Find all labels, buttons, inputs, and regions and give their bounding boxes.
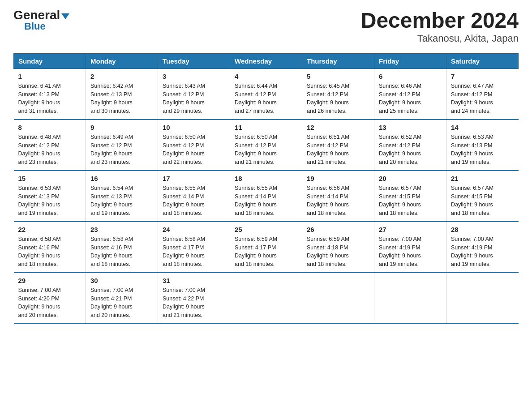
day-number: 21 <box>451 175 514 182</box>
header-sunday: Sunday <box>14 53 86 68</box>
day-cell: 12 Sunrise: 6:51 AMSunset: 4:12 PMDaylig… <box>302 120 374 171</box>
day-info: Sunrise: 6:58 AMSunset: 4:17 PMDaylight:… <box>163 236 205 267</box>
header-monday: Monday <box>86 53 158 68</box>
day-cell: 27 Sunrise: 7:00 AMSunset: 4:19 PMDaylig… <box>374 222 446 273</box>
day-cell: 1 Sunrise: 6:41 AMSunset: 4:13 PMDayligh… <box>14 68 86 120</box>
day-number: 1 <box>18 73 82 80</box>
logo-general-text: General <box>13 9 60 21</box>
day-cell: 17 Sunrise: 6:55 AMSunset: 4:14 PMDaylig… <box>158 171 230 222</box>
day-cell: 4 Sunrise: 6:44 AMSunset: 4:12 PMDayligh… <box>230 68 302 120</box>
day-number: 20 <box>379 175 442 182</box>
calendar-table: SundayMondayTuesdayWednesdayThursdayFrid… <box>13 53 519 324</box>
day-cell: 22 Sunrise: 6:58 AMSunset: 4:16 PMDaylig… <box>14 222 86 273</box>
day-number: 17 <box>163 175 225 182</box>
day-number: 22 <box>18 226 82 233</box>
day-number: 29 <box>18 277 82 284</box>
header-saturday: Saturday <box>446 53 519 68</box>
day-cell: 20 Sunrise: 6:57 AMSunset: 4:15 PMDaylig… <box>374 171 446 222</box>
logo-triangle-icon <box>61 13 69 19</box>
logo-blue-text: Blue <box>24 21 46 31</box>
day-cell: 10 Sunrise: 6:50 AMSunset: 4:12 PMDaylig… <box>158 120 230 171</box>
day-cell: 29 Sunrise: 7:00 AMSunset: 4:20 PMDaylig… <box>14 273 86 324</box>
day-number: 9 <box>90 124 153 131</box>
day-number: 5 <box>307 73 369 80</box>
day-number: 26 <box>307 226 369 233</box>
day-number: 23 <box>90 226 153 233</box>
calendar-title: December 2024 <box>361 9 519 33</box>
day-number: 13 <box>379 124 442 131</box>
day-number: 30 <box>90 277 153 284</box>
day-info: Sunrise: 7:00 AMSunset: 4:22 PMDaylight:… <box>163 287 205 318</box>
day-cell: 6 Sunrise: 6:46 AMSunset: 4:12 PMDayligh… <box>374 68 446 120</box>
day-cell: 15 Sunrise: 6:53 AMSunset: 4:13 PMDaylig… <box>14 171 86 222</box>
day-info: Sunrise: 6:55 AMSunset: 4:14 PMDaylight:… <box>163 185 205 216</box>
week-row-3: 15 Sunrise: 6:53 AMSunset: 4:13 PMDaylig… <box>14 171 519 222</box>
day-number: 6 <box>379 73 442 80</box>
day-number: 27 <box>379 226 442 233</box>
day-cell: 18 Sunrise: 6:55 AMSunset: 4:14 PMDaylig… <box>230 171 302 222</box>
day-info: Sunrise: 6:48 AMSunset: 4:12 PMDaylight:… <box>18 134 61 165</box>
week-row-4: 22 Sunrise: 6:58 AMSunset: 4:16 PMDaylig… <box>14 222 519 273</box>
day-cell: 31 Sunrise: 7:00 AMSunset: 4:22 PMDaylig… <box>158 273 230 324</box>
day-cell: 3 Sunrise: 6:43 AMSunset: 4:12 PMDayligh… <box>158 68 230 120</box>
day-cell: 2 Sunrise: 6:42 AMSunset: 4:13 PMDayligh… <box>86 68 158 120</box>
header-wednesday: Wednesday <box>230 53 302 68</box>
day-cell: 13 Sunrise: 6:52 AMSunset: 4:12 PMDaylig… <box>374 120 446 171</box>
day-cell <box>230 273 302 324</box>
day-number: 31 <box>163 277 225 284</box>
day-number: 19 <box>307 175 369 182</box>
day-cell: 9 Sunrise: 6:49 AMSunset: 4:12 PMDayligh… <box>86 120 158 171</box>
day-number: 14 <box>451 124 514 131</box>
header-tuesday: Tuesday <box>158 53 230 68</box>
day-cell: 11 Sunrise: 6:50 AMSunset: 4:12 PMDaylig… <box>230 120 302 171</box>
header-thursday: Thursday <box>302 53 374 68</box>
day-number: 24 <box>163 226 225 233</box>
day-info: Sunrise: 6:47 AMSunset: 4:12 PMDaylight:… <box>451 83 493 114</box>
day-number: 28 <box>451 226 514 233</box>
day-info: Sunrise: 6:52 AMSunset: 4:12 PMDaylight:… <box>379 134 421 165</box>
day-cell: 25 Sunrise: 6:59 AMSunset: 4:17 PMDaylig… <box>230 222 302 273</box>
day-number: 18 <box>235 175 297 182</box>
day-info: Sunrise: 6:58 AMSunset: 4:16 PMDaylight:… <box>18 236 61 267</box>
day-cell: 21 Sunrise: 6:57 AMSunset: 4:15 PMDaylig… <box>446 171 519 222</box>
day-number: 7 <box>451 73 514 80</box>
day-number: 2 <box>90 73 153 80</box>
week-row-5: 29 Sunrise: 7:00 AMSunset: 4:20 PMDaylig… <box>14 273 519 324</box>
day-info: Sunrise: 6:54 AMSunset: 4:13 PMDaylight:… <box>90 185 133 216</box>
day-info: Sunrise: 7:00 AMSunset: 4:19 PMDaylight:… <box>379 236 421 267</box>
day-cell: 14 Sunrise: 6:53 AMSunset: 4:13 PMDaylig… <box>446 120 519 171</box>
day-number: 8 <box>18 124 82 131</box>
day-info: Sunrise: 6:59 AMSunset: 4:17 PMDaylight:… <box>235 236 277 267</box>
day-number: 25 <box>235 226 297 233</box>
page-header: General Blue December 2024 Takanosu, Aki… <box>13 9 519 44</box>
calendar-subtitle: Takanosu, Akita, Japan <box>361 33 519 44</box>
day-info: Sunrise: 6:56 AMSunset: 4:14 PMDaylight:… <box>307 185 349 216</box>
day-number: 12 <box>307 124 369 131</box>
day-info: Sunrise: 7:00 AMSunset: 4:20 PMDaylight:… <box>18 287 61 318</box>
day-info: Sunrise: 7:00 AMSunset: 4:21 PMDaylight:… <box>90 287 133 318</box>
day-info: Sunrise: 6:51 AMSunset: 4:12 PMDaylight:… <box>307 134 349 165</box>
day-cell: 8 Sunrise: 6:48 AMSunset: 4:12 PMDayligh… <box>14 120 86 171</box>
day-info: Sunrise: 7:00 AMSunset: 4:19 PMDaylight:… <box>451 236 493 267</box>
day-number: 10 <box>163 124 225 131</box>
day-cell: 28 Sunrise: 7:00 AMSunset: 4:19 PMDaylig… <box>446 222 519 273</box>
header-row: SundayMondayTuesdayWednesdayThursdayFrid… <box>14 53 519 68</box>
day-number: 11 <box>235 124 297 131</box>
day-info: Sunrise: 6:58 AMSunset: 4:16 PMDaylight:… <box>90 236 133 267</box>
day-info: Sunrise: 6:49 AMSunset: 4:12 PMDaylight:… <box>90 134 133 165</box>
day-info: Sunrise: 6:50 AMSunset: 4:12 PMDaylight:… <box>235 134 277 165</box>
day-info: Sunrise: 6:50 AMSunset: 4:12 PMDaylight:… <box>163 134 205 165</box>
day-cell: 5 Sunrise: 6:45 AMSunset: 4:12 PMDayligh… <box>302 68 374 120</box>
week-row-1: 1 Sunrise: 6:41 AMSunset: 4:13 PMDayligh… <box>14 68 519 120</box>
day-info: Sunrise: 6:59 AMSunset: 4:18 PMDaylight:… <box>307 236 349 267</box>
title-block: December 2024 Takanosu, Akita, Japan <box>361 9 519 44</box>
day-cell: 30 Sunrise: 7:00 AMSunset: 4:21 PMDaylig… <box>86 273 158 324</box>
day-cell: 19 Sunrise: 6:56 AMSunset: 4:14 PMDaylig… <box>302 171 374 222</box>
day-info: Sunrise: 6:46 AMSunset: 4:12 PMDaylight:… <box>379 83 421 114</box>
day-info: Sunrise: 6:41 AMSunset: 4:13 PMDaylight:… <box>18 83 61 114</box>
day-info: Sunrise: 6:42 AMSunset: 4:13 PMDaylight:… <box>90 83 133 114</box>
day-info: Sunrise: 6:45 AMSunset: 4:12 PMDaylight:… <box>307 83 349 114</box>
day-cell: 24 Sunrise: 6:58 AMSunset: 4:17 PMDaylig… <box>158 222 230 273</box>
day-info: Sunrise: 6:57 AMSunset: 4:15 PMDaylight:… <box>379 185 421 216</box>
day-number: 16 <box>90 175 153 182</box>
